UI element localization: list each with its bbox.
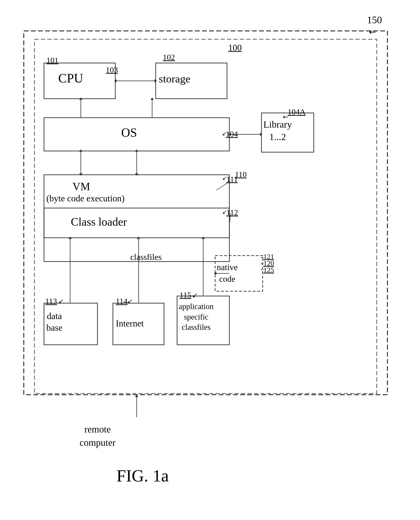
label-102: 102 — [163, 53, 175, 62]
label-101: 101 — [46, 56, 59, 65]
arrow-125-icon: ← — [260, 266, 265, 273]
svg-marker-26 — [79, 173, 82, 176]
arrow-110-icon: ↙ — [222, 175, 227, 181]
os-label: OS — [121, 126, 137, 140]
arrow-112-icon: ↙ — [222, 209, 227, 215]
svg-marker-19 — [260, 133, 262, 136]
svg-marker-15 — [114, 79, 116, 83]
arrow-104-icon: ↙ — [222, 130, 227, 137]
native-code-label: nativecode — [217, 262, 238, 285]
svg-marker-33 — [137, 237, 140, 239]
svg-marker-35 — [202, 237, 205, 239]
svg-marker-29 — [135, 173, 138, 176]
figure-number-150: 150 — [367, 14, 382, 26]
svg-marker-31 — [68, 237, 72, 239]
figure-caption: FIG. 1a — [116, 466, 169, 486]
svg-marker-16 — [155, 79, 157, 83]
library-label: Library1...2 — [263, 118, 292, 143]
database-label: database — [46, 310, 62, 334]
arrow-121-icon: ← — [260, 254, 265, 260]
svg-marker-25 — [79, 149, 82, 152]
label-110: 110 — [235, 170, 247, 179]
page-container: { "figure": { "number": "150", "caption"… — [0, 0, 420, 520]
arrow-114-icon: ↙ — [127, 297, 133, 305]
arrow-120-icon: ← — [260, 260, 265, 267]
vm-subtitle: (byte code execution) — [46, 193, 125, 203]
label-113: 113 — [45, 297, 57, 306]
label-104: 104 — [226, 130, 238, 139]
arrow-113-icon: ↙ — [58, 297, 64, 305]
label-114: 114 — [116, 297, 128, 306]
svg-marker-28 — [135, 149, 138, 152]
label-112: 112 — [226, 208, 238, 217]
svg-marker-39 — [135, 395, 138, 397]
arrow-150-icon: ↗ — [367, 26, 379, 38]
storage-label: storage — [159, 73, 190, 85]
svg-marker-23 — [150, 98, 154, 100]
svg-marker-37 — [214, 272, 216, 275]
arrow-115-icon: ↙ — [192, 291, 197, 299]
classfiles-label: classfiles — [130, 252, 162, 262]
label-115: 115 — [180, 291, 191, 300]
internet-label: Internet — [116, 318, 144, 329]
cpu-label: CPU — [58, 71, 83, 86]
vm-title: VM — [73, 180, 90, 193]
label-100: 100 — [228, 42, 242, 53]
remote-computer-label: remotecomputer — [80, 423, 115, 449]
app-classfiles-label: applicationspecificclassfiles — [179, 301, 214, 333]
label-104A: 104A — [288, 107, 306, 116]
classloader-label: Class loader — [71, 215, 127, 228]
svg-marker-21 — [79, 98, 82, 100]
label-103: 103 — [106, 65, 118, 75]
